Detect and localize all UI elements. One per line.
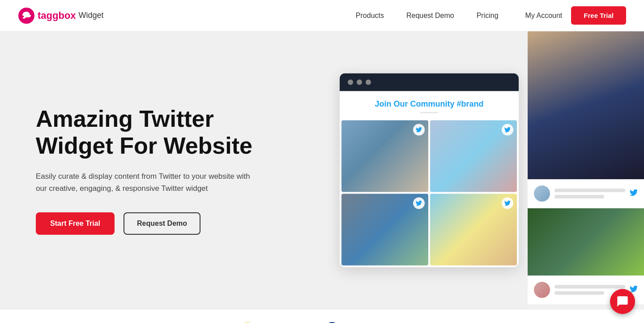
free-trial-button[interactable]: Free Trial [571, 6, 626, 25]
tweet-line-2 [554, 195, 604, 198]
start-free-trial-button[interactable]: Start Free Trial [36, 212, 115, 235]
nav-links: Products Request Demo Pricing [356, 12, 499, 20]
twitter-widget-mockup: Join Our Community #brand [340, 73, 519, 267]
side-tweet-card-1 [528, 179, 644, 208]
widget-photo-1 [341, 121, 428, 192]
logo-link[interactable]: taggbox Widget [18, 7, 104, 24]
hero-buttons: Start Free Trial Request Demo [36, 212, 269, 235]
chat-bubble-icon [616, 295, 629, 308]
hero-subtitle: Easily curate & display content from Twi… [36, 170, 251, 194]
widget-titlebar [340, 73, 519, 91]
navbar: taggbox Widget Products Request Demo Pri… [0, 0, 644, 31]
hero-visuals: Join Our Community #brand [295, 31, 644, 309]
side-right-panel [528, 31, 644, 309]
chat-bubble-button[interactable] [610, 289, 635, 314]
dot-3 [366, 80, 371, 85]
tweet-line-4 [554, 291, 604, 295]
nav-request-demo[interactable]: Request Demo [406, 12, 454, 20]
tweet-avatar-2 [534, 282, 550, 298]
side-photo-bottom [528, 208, 644, 276]
twitter-icon-3 [413, 198, 425, 209]
twitter-icon-2 [502, 124, 513, 136]
widget-join-text: Join Our Community [375, 99, 456, 108]
hero-title: Amazing Twitter Widget For Website [36, 106, 269, 159]
twitter-icon-4 [502, 198, 513, 209]
hero-left: Amazing Twitter Widget For Website Easil… [36, 106, 269, 235]
tweet-twitter-icon-1 [630, 189, 638, 199]
my-account-link[interactable]: My Account [525, 12, 563, 20]
logo-subtitle: Widget [79, 11, 104, 20]
request-demo-button[interactable]: Request Demo [124, 212, 200, 235]
nav-right: My Account Free Trial [525, 6, 626, 25]
nav-products[interactable]: Products [356, 12, 384, 20]
tweet-text-lines-1 [554, 189, 625, 198]
widget-divider [420, 112, 438, 113]
tweet-line-1 [554, 189, 625, 192]
twitter-icon-1 [413, 124, 425, 136]
dot-1 [348, 80, 353, 85]
tweet-avatar-1 [534, 185, 550, 202]
hero-section: Amazing Twitter Widget For Website Easil… [0, 31, 644, 309]
tweet-line-3 [554, 285, 625, 289]
widget-community-title: Join Our Community #brand [344, 99, 514, 109]
side-photo-top [528, 31, 644, 179]
person-photo [528, 31, 644, 179]
logo-brand: taggbox [38, 10, 76, 22]
brands-bar: Panasonic L'ORÉAL Lipton H Hilton Nestlé… [0, 309, 644, 323]
widget-photo-2 [430, 121, 517, 192]
widget-photo-3 [341, 194, 428, 266]
widget-hashtag: #brand [457, 99, 484, 108]
widget-header: Join Our Community #brand [340, 91, 519, 119]
nav-pricing[interactable]: Pricing [477, 12, 499, 20]
logo-icon [18, 7, 35, 24]
dot-2 [357, 80, 362, 85]
widget-photo-grid [340, 119, 519, 267]
widget-photo-4 [430, 194, 517, 266]
